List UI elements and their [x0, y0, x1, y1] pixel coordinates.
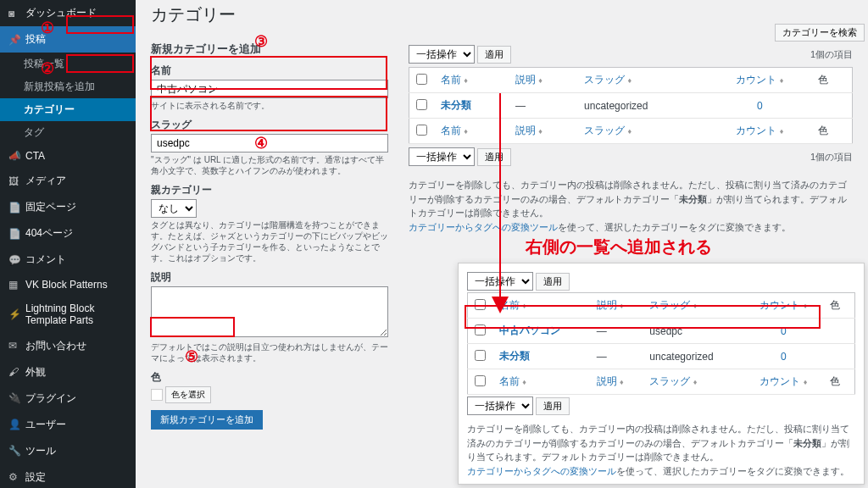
page-icon: 📄 — [8, 202, 20, 214]
parent-label: 親カテゴリー — [151, 183, 388, 197]
sidebar-item-media[interactable]: 🖼メディア — [0, 168, 136, 194]
item-count-top: 1個の項目 — [810, 48, 853, 61]
page-title: カテゴリー — [151, 3, 853, 26]
parent-help: タグとは異なり、カテゴリーは階層構造を持つことができます。たとえば、ジャズという… — [151, 219, 388, 263]
name-label: 名前 — [151, 64, 388, 78]
row-slug: uncategorized — [577, 93, 709, 119]
col-desc[interactable]: 説明 ♦ — [515, 74, 542, 86]
sidebar-sub-tags[interactable]: タグ — [0, 121, 136, 144]
ov-row-name[interactable]: 中古パソコン — [499, 324, 560, 336]
bulk-select-top[interactable]: 一括操作 — [409, 45, 475, 64]
name-help: サイトに表示される名前です。 — [151, 100, 388, 111]
plug-icon: 🔌 — [8, 392, 20, 404]
dashboard-icon: ◙ — [8, 8, 20, 19]
col-name[interactable]: 名前 ♦ — [441, 74, 468, 86]
item-count-bottom: 1個の項目 — [810, 151, 853, 164]
col-name-f[interactable]: 名前 ♦ — [441, 125, 468, 136]
bulk-apply-top[interactable]: 適用 — [477, 46, 511, 64]
col-count[interactable]: カウント ♦ — [736, 74, 783, 86]
ov-row-checkbox[interactable] — [475, 324, 486, 336]
row-name-link[interactable]: 未分類 — [441, 99, 471, 111]
annotation-1: ① — [41, 19, 54, 37]
sidebar-item-vkblock[interactable]: ▦VK Block Patterns — [0, 273, 136, 297]
col-slug[interactable]: スラッグ ♦ — [584, 74, 632, 86]
row-color — [811, 93, 852, 119]
annotation-arrow — [475, 93, 593, 313]
sidebar-item-cta[interactable]: 📣CTA — [0, 144, 136, 168]
annotation-text: 右側の一覧へ追加される — [526, 236, 712, 258]
brush-icon: 🖌 — [8, 366, 20, 378]
mail-icon: ✉ — [8, 340, 20, 352]
annotation-4: ④ — [254, 134, 268, 152]
sidebar-item-pages[interactable]: 📄固定ページ — [0, 194, 136, 220]
select-all-top[interactable] — [416, 74, 427, 85]
slug-help: "スラッグ" は URL に適した形式の名前です。通常はすべて半角小文字で、英数… — [151, 154, 388, 176]
annotation-3: ③ — [254, 32, 268, 51]
sidebar-item-contact[interactable]: ✉お問い合わせ — [0, 333, 136, 359]
color-label: 色 — [151, 370, 388, 385]
comment-icon: 💬 — [8, 254, 20, 266]
user-icon: 👤 — [8, 419, 20, 430]
submit-button[interactable]: 新規カテゴリーを追加 — [151, 410, 263, 430]
desc-textarea[interactable] — [151, 286, 388, 337]
sidebar-sub-all-posts[interactable]: 投稿一覧 — [0, 53, 136, 75]
sort-icon: ♦ — [464, 76, 468, 85]
sidebar-item-posts[interactable]: 📌投稿 — [0, 26, 136, 53]
form-section-title: 新規カテゴリーを追加 — [151, 42, 388, 57]
sidebar-item-settings[interactable]: ⚙設定 — [0, 464, 136, 488]
sidebar-item-comments[interactable]: 💬コメント — [0, 247, 136, 273]
megaphone-icon: 📣 — [8, 150, 20, 162]
sidebar-item-plugins[interactable]: 🔌プラグイン — [0, 385, 136, 412]
parent-select[interactable]: なし — [151, 199, 197, 218]
sidebar-sub-new-post[interactable]: 新規投稿を追加 — [0, 75, 136, 98]
sidebar-item-tools[interactable]: 🔧ツール — [0, 438, 136, 464]
col-color: 色 — [811, 68, 852, 93]
bulk-select-bottom[interactable]: 一括操作 — [409, 147, 475, 166]
col-count-f[interactable]: カウント ♦ — [736, 125, 783, 136]
color-button[interactable]: 色を選択 — [165, 386, 211, 403]
search-area: カテゴリーを検索 — [775, 24, 865, 42]
ov-row: 未分類 — uncategorized 0 — [468, 344, 855, 369]
sidebar-sub-categories[interactable]: カテゴリー — [0, 98, 136, 121]
add-category-form: 新規カテゴリーを追加 名前 サイトに表示される名前です。 スラッグ "スラッグ"… — [151, 42, 388, 430]
gear-icon: ⚙ — [8, 471, 20, 483]
slug-input[interactable] — [151, 134, 388, 152]
block-icon: ▦ — [8, 279, 20, 291]
sidebar-item-lightning[interactable]: ⚡Lightning Block Template Parts — [0, 297, 136, 333]
ov-row-new: 中古パソコン — usedpc 0 — [468, 319, 855, 344]
bolt-icon: ⚡ — [8, 308, 20, 320]
color-swatch — [151, 389, 163, 401]
page-icon: 📄 — [8, 228, 20, 240]
desc-label: 説明 — [151, 270, 388, 285]
ov-note: カテゴリーを削除しても、カテゴリー内の投稿は削除されません。ただし、投稿に割り当… — [467, 422, 855, 478]
annotation-5: ⑤ — [185, 347, 198, 366]
admin-sidebar: ◙ダッシュボード 📌投稿 投稿一覧 新規投稿を追加 カテゴリー タグ 📣CTA … — [0, 0, 136, 488]
sidebar-item-appearance[interactable]: 🖌外観 — [0, 359, 136, 385]
row-count[interactable]: 0 — [757, 100, 763, 112]
annotation-2: ② — [41, 59, 54, 78]
sidebar-item-404[interactable]: 📄404ページ — [0, 220, 136, 247]
pin-icon: 📌 — [8, 34, 20, 46]
row-checkbox[interactable] — [416, 99, 427, 110]
search-categories-button[interactable]: カテゴリーを検索 — [775, 24, 865, 42]
wrench-icon: 🔧 — [8, 445, 20, 457]
sidebar-item-users[interactable]: 👤ユーザー — [0, 412, 136, 438]
sidebar-item-dashboard[interactable]: ◙ダッシュボード — [0, 0, 136, 26]
select-all-bottom[interactable] — [416, 125, 427, 136]
media-icon: 🖼 — [8, 175, 20, 187]
slug-label: スラッグ — [151, 118, 388, 132]
name-input[interactable] — [151, 80, 388, 98]
